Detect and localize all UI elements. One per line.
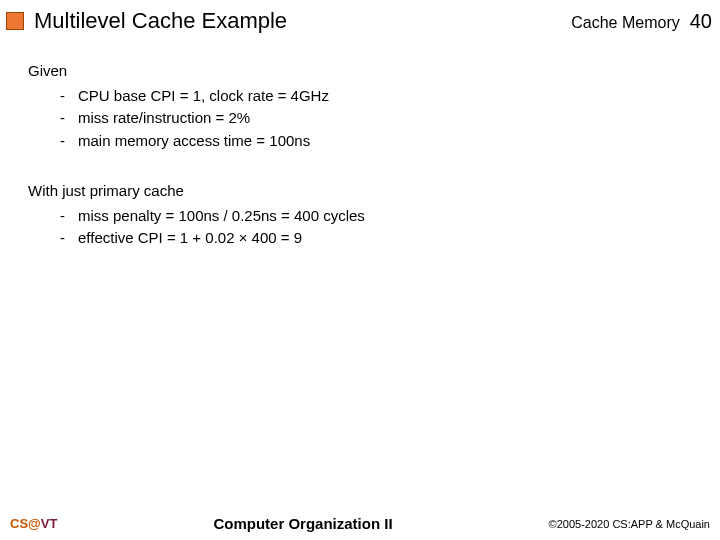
primary-heading: With just primary cache [28,180,692,203]
topic-label: Cache Memory [571,14,679,32]
list-item: - miss penalty = 100ns / 0.25ns = 400 cy… [60,205,692,228]
footer-logo: CS@VT [10,516,57,531]
logo-cs: CS [10,516,28,531]
bullet-text: miss rate/instruction = 2% [78,107,250,130]
logo-at: @ [28,516,41,531]
slide-footer: CS@VT Computer Organization II ©2005-202… [0,515,720,532]
footer-course: Computer Organization II [57,515,548,532]
primary-list: - miss penalty = 100ns / 0.25ns = 400 cy… [60,205,692,250]
slide-header: Multilevel Cache Example Cache Memory 40 [0,0,720,40]
dash-icon: - [60,85,78,108]
slide-title: Multilevel Cache Example [34,8,571,34]
header-right: Cache Memory 40 [571,10,712,33]
list-item: - CPU base CPI = 1, clock rate = 4GHz [60,85,692,108]
bullet-text: miss penalty = 100ns / 0.25ns = 400 cycl… [78,205,365,228]
bullet-text: CPU base CPI = 1, clock rate = 4GHz [78,85,329,108]
list-item: - main memory access time = 100ns [60,130,692,153]
orange-box-icon [6,12,24,30]
dash-icon: - [60,130,78,153]
given-list: - CPU base CPI = 1, clock rate = 4GHz - … [60,85,692,153]
list-item: - miss rate/instruction = 2% [60,107,692,130]
bullet-text: main memory access time = 100ns [78,130,310,153]
bullet-text: effective CPI = 1 + 0.02 × 400 = 9 [78,227,302,250]
given-heading: Given [28,60,692,83]
footer-copyright: ©2005-2020 CS:APP & McQuain [549,518,710,530]
list-item: - effective CPI = 1 + 0.02 × 400 = 9 [60,227,692,250]
dash-icon: - [60,205,78,228]
dash-icon: - [60,107,78,130]
slide-content: Given - CPU base CPI = 1, clock rate = 4… [0,40,720,298]
slide-number: 40 [690,10,712,33]
logo-vt: VT [41,516,58,531]
dash-icon: - [60,227,78,250]
